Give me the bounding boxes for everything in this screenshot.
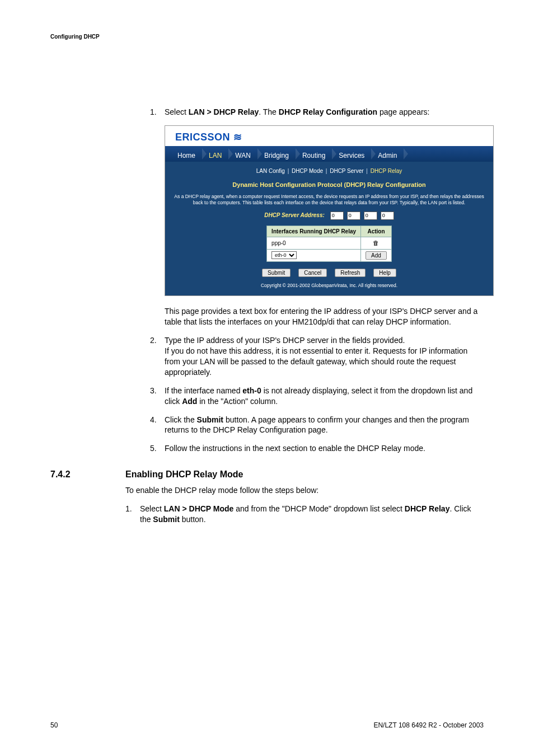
interfaces-table: Interfaces Running DHCP Relay Action ppp…	[266, 226, 392, 262]
step-2: 2. Type the IP address of your ISP's DHC…	[150, 335, 484, 378]
step-3-num: 3.	[150, 386, 157, 396]
ip-octet-4[interactable]	[381, 212, 394, 220]
step-1-num: 1.	[150, 107, 157, 118]
panel-description: As a DHCP relay agent, when a computer r…	[172, 194, 486, 206]
section-title: Enabling DHCP Relay Mode	[125, 469, 243, 480]
table-row: eth-0 Add	[267, 249, 392, 261]
ericsson-logo: ERICSSON ≋	[165, 126, 493, 146]
step-4-num: 4.	[150, 415, 157, 425]
main-tabs: Home LAN WAN Bridging Routing Services A…	[165, 146, 493, 162]
tab-lan[interactable]: LAN	[203, 146, 229, 162]
step-2-num: 2.	[150, 335, 157, 346]
sub-nav: LAN Config | DHCP Mode | DHCP Server | D…	[172, 167, 486, 175]
subnav-dhcpmode[interactable]: DHCP Mode	[292, 168, 323, 174]
dhcp-server-address-row: DHCP Server Address:	[172, 212, 486, 220]
step-2-line1: Type the IP address of your ISP's DHCP s…	[165, 336, 405, 345]
dhcp-relay-screenshot: ERICSSON ≋ Home LAN WAN Bridging Routing…	[165, 125, 494, 297]
step-4: 4. Click the Submit button. A page appea…	[150, 415, 484, 436]
refresh-button[interactable]: Refresh	[335, 269, 366, 277]
dhcp-server-address-label: DHCP Server Address:	[264, 212, 325, 219]
ip-octet-3[interactable]	[364, 212, 377, 220]
submit-button[interactable]: Submit	[262, 269, 291, 277]
tab-home[interactable]: Home	[172, 146, 203, 162]
add-button[interactable]: Add	[366, 251, 387, 260]
tab-bridging[interactable]: Bridging	[259, 146, 297, 162]
trash-icon[interactable]: 🗑	[373, 240, 379, 246]
step-1-text: Select LAN > DHCP Relay. The DHCP Relay …	[165, 107, 429, 116]
table-row: ppp-0 🗑	[267, 237, 392, 250]
tab-services[interactable]: Services	[333, 146, 372, 162]
running-header: Configuring DHCP	[50, 34, 484, 40]
help-button[interactable]: Help	[373, 269, 396, 277]
th-action: Action	[361, 226, 392, 237]
ip-octet-1[interactable]	[330, 212, 344, 220]
panel-title: Dynamic Host Configuration Protocol (DHC…	[172, 181, 486, 189]
interface-select[interactable]: eth-0	[271, 251, 297, 259]
subnav-lanconfig[interactable]: LAN Config	[256, 168, 285, 174]
step-1: 1. Select LAN > DHCP Relay. The DHCP Rel…	[150, 107, 484, 327]
ericsson-icon: ≋	[233, 130, 242, 144]
step-5: 5. Follow the instructions in the next s…	[150, 443, 484, 454]
th-interfaces: Interfaces Running DHCP Relay	[267, 226, 361, 237]
iface-ppp0: ppp-0	[267, 237, 361, 250]
section-intro: To enable the DHCP relay mode follow the…	[125, 485, 484, 496]
step-5-text: Follow the instructions in the next sect…	[165, 444, 425, 453]
tab-wan[interactable]: WAN	[229, 146, 259, 162]
step-3: 3. If the interface named eth-0 is not a…	[150, 386, 484, 407]
page-number: 50	[50, 721, 58, 729]
para-after-screenshot: This page provides a text box for enteri…	[165, 306, 484, 327]
section-step-1-num: 1.	[125, 504, 132, 514]
step-5-num: 5.	[150, 443, 157, 454]
tab-admin[interactable]: Admin	[372, 146, 405, 162]
section-number: 7.4.2	[50, 469, 125, 480]
subnav-dhcpserver[interactable]: DHCP Server	[330, 168, 363, 174]
step-2-line2: If you do not have this address, it is n…	[165, 346, 467, 377]
subnav-dhcprelay[interactable]: DHCP Relay	[371, 168, 402, 174]
footer-docref: EN/LZT 108 6492 R2 - October 2003	[373, 721, 484, 729]
section-step-1: 1. Select LAN > DHCP Mode and from the "…	[125, 504, 484, 525]
ip-octet-2[interactable]	[347, 212, 360, 220]
copyright: Copyright © 2001-2002 GlobespanVirata, I…	[172, 283, 486, 289]
tab-routing[interactable]: Routing	[297, 146, 333, 162]
cancel-button[interactable]: Cancel	[298, 269, 327, 277]
